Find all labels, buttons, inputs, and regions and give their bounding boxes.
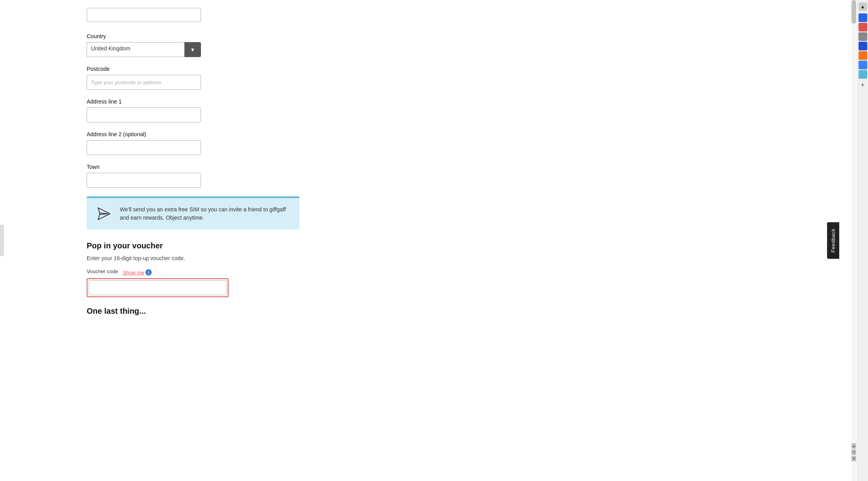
- bookmark-icon-4[interactable]: [859, 42, 867, 50]
- town-input[interactable]: [87, 173, 201, 188]
- scrollbar-thumb[interactable]: [851, 0, 856, 24]
- feedback-button[interactable]: Feedback: [827, 222, 839, 259]
- refresh-icon[interactable]: ↺: [851, 450, 856, 455]
- country-field-group: Country United Kingdom ▼: [87, 33, 426, 57]
- scroll-down-arrow[interactable]: ▼: [851, 456, 856, 461]
- chevron-down-icon: ▼: [190, 47, 195, 52]
- scroll-top-icon[interactable]: ▲: [859, 2, 867, 11]
- show-me-link[interactable]: Show me i: [123, 269, 152, 276]
- voucher-section: Pop in your voucher Enter your 16-digit …: [87, 241, 426, 297]
- town-label: Town: [87, 164, 426, 170]
- paper-plane-icon: [95, 205, 113, 222]
- bookmark-icon-6[interactable]: [859, 61, 867, 69]
- voucher-input-container: [87, 278, 229, 297]
- left-edge-bar: [0, 225, 4, 256]
- top-input-wrapper: [87, 8, 426, 22]
- voucher-title: Pop in your voucher: [87, 241, 426, 250]
- voucher-field-wrapper: Voucher code Show me i: [87, 268, 229, 297]
- form-section: Country United Kingdom ▼ Postcode Addres…: [79, 8, 433, 316]
- main-content: Country United Kingdom ▼ Postcode Addres…: [79, 0, 433, 481]
- country-dropdown-button[interactable]: ▼: [184, 42, 201, 57]
- show-me-label: Show me: [123, 270, 144, 276]
- scroll-up-arrow[interactable]: ▲: [851, 443, 856, 449]
- scrollbar-controls: ▲ ↺ ▼: [851, 443, 856, 461]
- scrollbar-track: ▲ ↺ ▼: [851, 0, 856, 481]
- address-line-2-label: Address line 2 (optional): [87, 131, 426, 137]
- postcode-field-group: Postcode: [87, 66, 426, 90]
- town-field-group: Town: [87, 164, 426, 188]
- bookmark-icon-7[interactable]: [859, 70, 867, 79]
- country-select-wrapper: United Kingdom ▼: [87, 42, 201, 57]
- address-line-2-input[interactable]: [87, 140, 201, 155]
- postcode-input[interactable]: [87, 75, 201, 90]
- free-sim-banner: We'll send you an extra free SIM so you …: [87, 196, 299, 229]
- bookmark-icon-3[interactable]: [859, 32, 867, 41]
- address-line-2-field-group: Address line 2 (optional): [87, 131, 426, 155]
- bookmark-icon-5[interactable]: [859, 51, 867, 60]
- country-value: United Kingdom: [87, 42, 184, 57]
- address-line-1-label: Address line 1: [87, 98, 426, 105]
- browser-sidebar: ▲ +: [857, 0, 868, 481]
- info-icon: i: [145, 269, 152, 276]
- bookmark-icon-2[interactable]: [859, 23, 867, 31]
- banner-text: We'll send you an extra free SIM so you …: [120, 205, 291, 222]
- voucher-description: Enter your 16-digit top-up voucher code.: [87, 255, 426, 261]
- country-label: Country: [87, 33, 426, 39]
- postcode-label: Postcode: [87, 66, 426, 72]
- voucher-code-label: Voucher code: [87, 268, 118, 274]
- top-input-field[interactable]: [87, 8, 201, 22]
- one-last-thing-title: One last thing...: [87, 307, 426, 316]
- add-bookmark-icon[interactable]: +: [861, 81, 865, 89]
- voucher-code-input[interactable]: [89, 280, 227, 295]
- address-line-1-field-group: Address line 1: [87, 98, 426, 122]
- bookmark-icon-1[interactable]: [859, 13, 867, 22]
- address-line-1-input[interactable]: [87, 107, 201, 122]
